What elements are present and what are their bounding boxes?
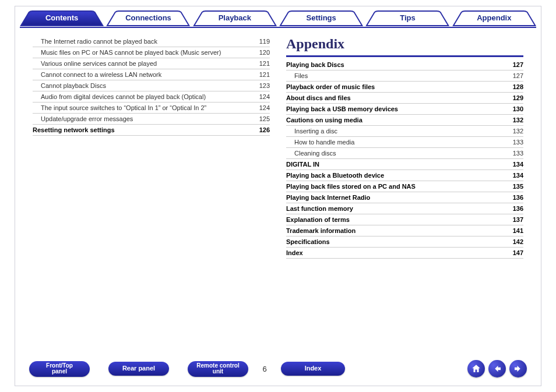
prev-button[interactable] [488,360,506,377]
toc-row[interactable]: Update/upgrade error messages125 [33,114,270,125]
toc-page: 137 [508,216,523,223]
right-toc-list: Playing back Discs127Files127Playback or… [286,59,523,259]
tab-appendix[interactable]: Appendix [451,10,537,27]
toc-row[interactable]: Playing back files stored on a PC and NA… [286,181,523,192]
toc-row[interactable]: Resetting network settings126 [33,125,270,136]
toc-row[interactable]: Cannot playback Discs123 [33,80,270,91]
document-page: ContentsConnectionsPlaybackSettingsTipsA… [15,6,541,386]
section-title: Appendix [286,36,523,52]
index-button[interactable]: Index [281,362,345,376]
toc-label: About discs and files [286,94,351,101]
footer-buttons: Front/ToppanelRear panelRemote controlun… [29,361,248,377]
toc-label: The Internet radio cannot be played back [41,38,157,45]
toc-label: Music files on PC or NAS cannot be playe… [41,49,221,56]
toc-row[interactable]: Last function memory136 [286,203,523,214]
toc-label: Trademark information [286,227,356,234]
toc-page: 123 [255,82,270,89]
arrow-left-icon [492,363,502,374]
toc-page: 134 [508,161,523,168]
toc-row[interactable]: Cleaning discs133 [286,148,523,159]
toc-row[interactable]: Cannot connect to a wireless LAN network… [33,69,270,80]
tab-playback[interactable]: Playback [192,10,278,27]
toc-label: Resetting network settings [33,126,115,133]
toc-row[interactable]: Playing back a USB memory devices130 [286,104,523,115]
toc-row[interactable]: Playback order of music files128 [286,82,523,93]
toc-row[interactable]: Playing back Discs127 [286,59,523,70]
toc-page: 133 [508,150,523,157]
toc-page: 142 [508,238,523,245]
toc-row[interactable]: Music files on PC or NAS cannot be playe… [33,47,270,58]
home-button[interactable] [467,360,485,377]
left-column: The Internet radio cannot be played back… [33,36,270,259]
tab-label: Tips [400,13,416,22]
toc-page: 147 [508,249,523,256]
toc-page: 121 [255,60,270,67]
tab-tips[interactable]: Tips [364,10,451,27]
toc-page: 136 [508,194,523,201]
footer-pill-label: Rear panel [117,365,161,372]
toc-page: 136 [508,205,523,212]
toc-label: Inserting a disc [294,128,337,135]
toc-label: Various online services cannot be played [41,60,157,67]
toc-row[interactable]: Cautions on using media132 [286,115,523,126]
toc-row[interactable]: Playing back a Bluetooth device134 [286,170,523,181]
toc-page: 132 [508,116,523,123]
tab-label: Contents [45,13,78,22]
next-button[interactable] [509,360,527,377]
toc-row[interactable]: DIGITAL IN134 [286,159,523,170]
toc-page: 132 [508,128,523,135]
tab-label: Connections [125,13,171,22]
tab-label: Playback [219,13,251,22]
toc-label: Playing back Internet Radio [286,194,370,201]
toc-page: 126 [255,126,270,133]
toc-label: Cautions on using media [286,116,363,123]
toc-label: The input source switches to “Optical In… [41,104,206,111]
toc-page: 135 [508,183,523,190]
toc-row[interactable]: Inserting a disc132 [286,126,523,137]
tab-contents[interactable]: Contents [19,10,105,27]
footer-pill-remote-control-unit[interactable]: Remote controlunit [188,361,248,377]
toc-row[interactable]: The Internet radio cannot be played back… [33,36,270,47]
toc-label: Cleaning discs [294,150,336,157]
toc-row[interactable]: How to handle media133 [286,137,523,148]
toc-page: 127 [508,72,523,79]
toc-label: Playing back Discs [286,61,344,68]
toc-row[interactable]: Various online services cannot be played… [33,58,270,69]
toc-page: 128 [508,83,523,90]
toc-row[interactable]: Index147 [286,248,523,259]
page-number: 6 [258,365,272,373]
section-rule [286,55,523,57]
toc-label: Update/upgrade error messages [41,115,133,122]
toc-page: 141 [508,227,523,234]
toc-label: Cannot playback Discs [41,82,106,89]
footer-pill-front-top-panel[interactable]: Front/Toppanel [29,361,90,377]
toc-page: 133 [508,139,523,146]
toc-label: Playing back a USB memory devices [286,105,398,112]
toc-row[interactable]: Explanation of terms137 [286,214,523,225]
toc-row[interactable]: Playing back Internet Radio136 [286,192,523,203]
toc-label: DIGITAL IN [286,161,319,168]
footer-pill-rear-panel[interactable]: Rear panel [108,362,169,376]
index-button-label: Index [305,365,322,372]
footer-bar: Front/ToppanelRear panelRemote controlun… [15,360,541,377]
tab-label: Settings [307,13,336,22]
toc-page: 127 [508,61,523,68]
tab-settings[interactable]: Settings [278,10,364,27]
toc-row[interactable]: Specifications142 [286,236,523,248]
tab-label: Appendix [477,13,511,22]
toc-page: 121 [255,71,270,78]
tab-connections[interactable]: Connections [105,10,191,27]
toc-label: Index [286,249,303,256]
toc-row[interactable]: Files127 [286,70,523,82]
toc-page: 120 [255,49,270,56]
toc-row[interactable]: The input source switches to “Optical In… [33,103,270,114]
footer-pill-label: panel [35,369,84,375]
toc-row[interactable]: Trademark information141 [286,225,523,236]
toc-label: Files [294,72,308,79]
content-area: The Internet radio cannot be played back… [15,28,541,259]
toc-row[interactable]: About discs and files129 [286,93,523,104]
toc-label: Last function memory [286,205,353,212]
toc-row[interactable]: Audio from digital devices cannot be pla… [33,91,270,103]
toc-page: 125 [255,115,270,122]
home-icon [471,363,481,374]
